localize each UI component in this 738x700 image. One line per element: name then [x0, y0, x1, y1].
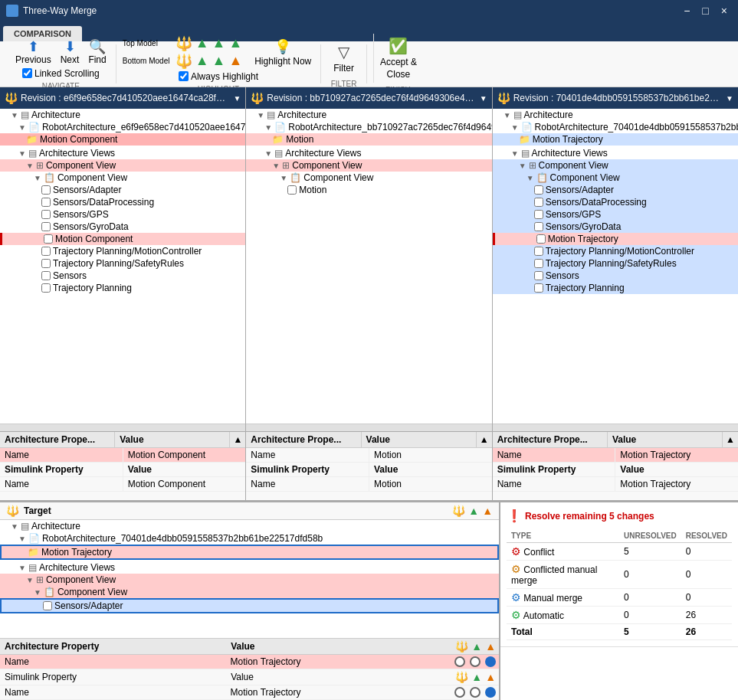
middle-motion-item[interactable]: Motion [246, 184, 491, 196]
left-item-5[interactable]: Trajectory Planning/MotionController [0, 245, 245, 257]
right-cb-7[interactable] [534, 271, 543, 280]
target-prop-2-radio[interactable] [451, 687, 499, 698]
always-highlight-row[interactable]: Always Highlight [179, 71, 258, 82]
target-radio-2-3[interactable] [485, 687, 496, 698]
resolve-col-resolved: RESOLVED [681, 529, 732, 543]
linked-scrolling-checkbox[interactable] [22, 68, 32, 78]
right-tree[interactable]: ▼ ▤ Architecture ▼ 📄 RobotArchitecture_7… [493, 109, 738, 424]
next-button[interactable]: ⬇ Next [57, 38, 83, 67]
right-prop-0-name: Name [493, 448, 616, 462]
target-cb-0[interactable] [43, 601, 52, 610]
left-model-item[interactable]: ▼ 📄 RobotArchitecture_e6f9e658ec7d410520… [0, 121, 245, 133]
right-cb-8[interactable] [534, 283, 543, 293]
linked-scrolling-row[interactable]: Linked Scrolling [22, 68, 100, 79]
find-button[interactable]: 🔍 Find [85, 38, 109, 67]
middle-scrollbar[interactable] [246, 424, 491, 431]
right-cb-3[interactable] [534, 222, 543, 231]
target-motion-trajectory[interactable]: 📁 Motion Trajectory [0, 545, 499, 560]
left-cb-5[interactable] [41, 247, 51, 256]
right-cb-0[interactable] [534, 185, 543, 195]
right-item-2[interactable]: Sensors/GPS [493, 208, 738, 221]
left-comp-view-1[interactable]: ▼ ⊞ Component View [0, 159, 245, 172]
middle-comp-view-1[interactable]: ▼ ⊞ Component View [246, 159, 491, 172]
target-model-item[interactable]: ▼ 📄 RobotArchitecture_70401de4dbb0591558… [0, 532, 499, 545]
left-prop-expand[interactable]: ▲ [230, 433, 245, 446]
right-item-0[interactable]: Sensors/Adapter [493, 184, 738, 196]
middle-comp-view-2[interactable]: ▼ 📋 Component View [246, 172, 491, 184]
right-cb-6[interactable] [534, 259, 543, 268]
target-tree[interactable]: ▼ ▤ Architecture ▼ 📄 RobotArchitecture_7… [0, 520, 499, 638]
left-comp-view-2[interactable]: ▼ 📋 Component View [0, 172, 245, 184]
middle-cb-motion[interactable] [287, 185, 297, 195]
left-item-2[interactable]: Sensors/GPS [0, 208, 245, 221]
left-motion-component[interactable]: Motion Component [0, 233, 245, 245]
target-radio-0-1[interactable] [454, 656, 465, 667]
right-comp-view-2[interactable]: ▼ 📋 Component View [493, 172, 738, 184]
right-motion-trajectory[interactable]: Motion Trajectory [493, 233, 738, 245]
always-highlight-checkbox[interactable] [179, 71, 189, 81]
middle-tree[interactable]: ▼ ▤ Architecture ▼ 📄 RobotArchitecture_b… [246, 109, 491, 424]
right-cb-motion[interactable] [536, 234, 546, 244]
left-cb-0[interactable] [41, 185, 51, 195]
left-cb-6[interactable] [41, 259, 51, 268]
right-scrollbar[interactable] [493, 424, 738, 431]
left-tree[interactable]: ▼ ▤ Architecture ▼ 📄 RobotArchitecture_e… [0, 109, 245, 424]
target-radio-0-3[interactable] [485, 656, 496, 667]
target-radio-2-1[interactable] [454, 687, 465, 698]
middle-arch-views-header[interactable]: ▼ ▤ Architecture Views [246, 147, 491, 159]
left-cb-motion[interactable] [44, 234, 53, 244]
left-item-7[interactable]: Sensors [0, 270, 245, 282]
target-radio-2-2[interactable] [470, 687, 481, 698]
right-arch-views-header[interactable]: ▼ ▤ Architecture Views [493, 147, 738, 159]
left-cb-7[interactable] [41, 271, 51, 280]
highlight-now-button[interactable]: 💡 Highlight Now [251, 37, 314, 68]
title-bar-controls[interactable]: − □ × [679, 5, 732, 17]
middle-selected-item[interactable]: 📁 Motion [246, 133, 491, 146]
left-arch-header[interactable]: ▼ ▤ Architecture [0, 109, 245, 121]
right-cb-2[interactable] [534, 210, 543, 219]
left-item-3[interactable]: Sensors/GyroData [0, 221, 245, 233]
maximize-button[interactable]: □ [697, 5, 713, 17]
right-cb-5[interactable] [534, 247, 543, 256]
right-prop-expand[interactable]: ▲ [723, 433, 738, 446]
left-arch-views-header[interactable]: ▼ ▤ Architecture Views [0, 147, 245, 159]
previous-button[interactable]: ⬆ Previous [12, 38, 54, 67]
left-cb-2[interactable] [41, 210, 51, 219]
right-arch-header[interactable]: ▼ ▤ Architecture [493, 109, 738, 121]
left-item-6[interactable]: Trajectory Planning/SafetyRules [0, 257, 245, 270]
left-scrollbar[interactable] [0, 424, 245, 431]
middle-model-item[interactable]: ▼ 📄 RobotArchitecture_bb710927ac7265dec7… [246, 121, 491, 133]
target-sensors-adapter[interactable]: Sensors/Adapter [0, 598, 499, 613]
middle-arch-header[interactable]: ▼ ▤ Architecture [246, 109, 491, 121]
left-cb-8[interactable] [41, 283, 51, 293]
left-item-8[interactable]: Trajectory Planning [0, 282, 245, 294]
left-cb-1[interactable] [41, 198, 51, 207]
right-comp-view-1[interactable]: ▼ ⊞ Component View [493, 159, 738, 172]
right-item-7[interactable]: Sensors [493, 270, 738, 282]
target-arch-header[interactable]: ▼ ▤ Architecture [0, 520, 499, 532]
right-item-3[interactable]: Sensors/GyroData [493, 221, 738, 233]
middle-arch-collapse: ▼ [257, 111, 264, 119]
accept-close-button[interactable]: ✅ Accept & Close [373, 34, 423, 83]
right-selected-item[interactable]: 📁 Motion Trajectory [493, 133, 738, 146]
right-item-5[interactable]: Trajectory Planning/MotionController [493, 245, 738, 257]
minimize-button[interactable]: − [679, 5, 694, 17]
right-item-1[interactable]: Sensors/DataProcessing [493, 196, 738, 208]
filter-button[interactable]: ▽ Filter [327, 40, 360, 77]
right-model-item[interactable]: ▼ 📄 RobotArchitecture_70401de4dbb0591558… [493, 121, 738, 133]
target-comp-view-2[interactable]: ▼ 📋 Component View [0, 586, 499, 598]
close-button[interactable]: × [717, 5, 732, 17]
target-comp-view-1[interactable]: ▼ ⊞ Component View [0, 574, 499, 586]
left-cb-3[interactable] [41, 222, 51, 231]
right-item-8[interactable]: Trajectory Planning [493, 282, 738, 294]
right-item-6[interactable]: Trajectory Planning/SafetyRules [493, 257, 738, 270]
target-prop-icon-2: ▲ [471, 640, 482, 653]
target-radio-0-2[interactable] [470, 656, 481, 667]
middle-prop-expand[interactable]: ▲ [477, 433, 492, 446]
target-prop-0-radio[interactable] [451, 656, 499, 667]
right-cb-1[interactable] [534, 198, 543, 207]
target-arch-views-header[interactable]: ▼ ▤ Architecture Views [0, 561, 499, 574]
left-item-1[interactable]: Sensors/DataProcessing [0, 196, 245, 208]
left-item-0[interactable]: Sensors/Adapter [0, 184, 245, 196]
left-selected-item[interactable]: 📁 Motion Component [0, 133, 245, 146]
